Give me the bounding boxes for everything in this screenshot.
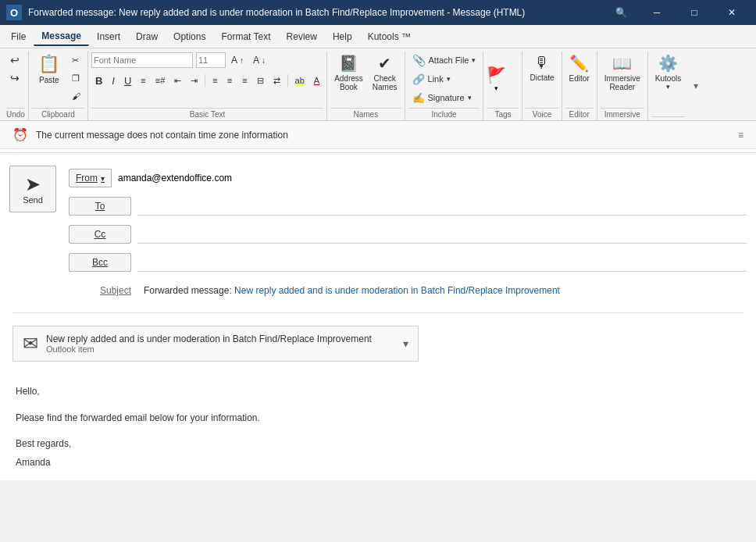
menu-bar: File Message Insert Draw Options Format … <box>0 25 756 48</box>
editor-icon: ✏️ <box>569 54 589 73</box>
redo-button[interactable]: ↪ <box>6 70 23 87</box>
dictate-button[interactable]: 🎙 Dictate <box>526 52 558 84</box>
cc-button[interactable]: Cc <box>69 225 131 244</box>
cc-input[interactable] <box>137 226 747 244</box>
align-center-button[interactable]: ≡ <box>223 72 237 89</box>
kutools-icon: ⚙️ <box>658 54 678 73</box>
ribbon-group-basic-text: A↑ A↓ B I U ≡ ≡# ⇤ ⇥ ≡ ≡ ≡ ⊟ ⇄ ab A <box>88 52 327 120</box>
undo-group-label: Undo <box>6 108 25 119</box>
attach-file-button[interactable]: 📎 Attach File ▾ <box>408 52 480 69</box>
maximize-button[interactable]: □ <box>676 0 712 25</box>
attach-file-dropdown-icon: ▾ <box>472 56 476 64</box>
to-button[interactable]: To <box>69 197 131 216</box>
dictate-icon: 🎙 <box>534 54 550 72</box>
menu-review[interactable]: Review <box>279 28 325 45</box>
warning-bar: ⏰ The current message does not contain t… <box>0 121 756 149</box>
check-names-button[interactable]: ✔ Check Names <box>369 52 401 94</box>
shrink-font-button[interactable]: A↓ <box>249 52 269 69</box>
ribbon-group-include: 📎 Attach File ▾ 🔗 Link ▾ ✍ Signature ▾ I… <box>405 52 484 120</box>
link-button[interactable]: 🔗 Link ▾ <box>408 70 455 87</box>
warning-icon: ⏰ <box>12 127 28 142</box>
from-label: From <box>76 173 98 184</box>
body-line3: Best regards, <box>16 436 740 453</box>
highlight-button[interactable]: ab <box>291 72 308 89</box>
paste-button[interactable]: 📋 Paste <box>32 52 66 92</box>
attach-file-icon: 📎 <box>412 54 426 66</box>
indent-inc-button[interactable]: ⇥ <box>187 72 201 89</box>
align-left-button[interactable]: ≡ <box>209 72 221 89</box>
ribbon-group-clipboard: 📋 Paste ✂ ❐ 🖌 Clipboard <box>29 52 88 120</box>
address-book-button[interactable]: 📓 Address Book <box>330 52 367 94</box>
menu-draw[interactable]: Draw <box>128 28 166 45</box>
menu-format-text[interactable]: Format Text <box>213 28 278 45</box>
ribbon-group-tags: 🚩 ▾ Tags <box>483 52 522 120</box>
kutools-dropdown-icon: ▾ <box>666 83 670 91</box>
format-painter-button[interactable]: 🖌 <box>68 87 84 105</box>
search-icon[interactable]: 🔍 <box>603 0 639 25</box>
basic-text-group-label: Basic Text <box>91 108 323 119</box>
attached-message[interactable]: ✉ New reply added and is under moderatio… <box>12 326 419 362</box>
window-title: Forwarded message: New reply added and i… <box>28 7 603 18</box>
cut-button[interactable]: ✂ <box>68 52 84 69</box>
warning-options-button[interactable]: ≡ <box>738 130 744 141</box>
indent-dec-button[interactable]: ⇤ <box>170 72 185 89</box>
immersive-reader-icon: 📖 <box>612 54 632 73</box>
check-names-icon: ✔ <box>378 54 391 73</box>
signature-button[interactable]: ✍ Signature ▾ <box>408 89 476 106</box>
bullet-list-button[interactable]: ≡ <box>137 72 149 89</box>
numbered-list-button[interactable]: ≡# <box>152 72 169 89</box>
ribbon-group-kutools: ⚙️ Kutools ▾ <box>648 52 688 120</box>
align-right-button[interactable]: ≡ <box>238 72 251 89</box>
justify-button[interactable]: ⊟ <box>253 72 268 89</box>
bcc-button[interactable]: Bcc <box>69 253 131 272</box>
attached-message-chevron-icon: ▾ <box>403 337 408 350</box>
paste-icon: 📋 <box>38 54 59 74</box>
subject-row: Subject Forwarded message: New reply add… <box>69 278 747 303</box>
ribbon-group-names: 📓 Address Book ✔ Check Names Names <box>327 52 405 120</box>
bold-button[interactable]: B <box>91 72 106 89</box>
bcc-input[interactable] <box>137 254 747 272</box>
undo-icon: ↩ <box>10 54 20 66</box>
cut-icon: ✂ <box>72 55 79 66</box>
attached-message-subtitle: Outlook item <box>46 344 395 354</box>
menu-message[interactable]: Message <box>34 27 89 46</box>
subject-prefix: Forwarded message: <box>144 285 232 296</box>
ribbon-group-voice: 🎙 Dictate Voice <box>522 52 562 120</box>
font-color-button[interactable]: A <box>310 72 323 89</box>
main-content: ⏰ The current message does not contain t… <box>0 121 756 480</box>
grow-font-button[interactable]: A↑ <box>227 52 248 69</box>
copy-button[interactable]: ❐ <box>68 70 84 87</box>
ribbon-more-button[interactable]: ▾ <box>688 52 704 120</box>
font-name-input[interactable] <box>91 52 193 68</box>
underline-button[interactable]: U <box>120 72 135 89</box>
menu-file[interactable]: File <box>3 28 34 45</box>
menu-options[interactable]: Options <box>166 28 213 45</box>
cc-row: Cc <box>69 222 747 247</box>
kutools-button[interactable]: ⚙️ Kutools ▾ <box>651 52 685 93</box>
to-input[interactable] <box>137 198 747 216</box>
signature-dropdown-icon: ▾ <box>468 94 472 102</box>
send-button[interactable]: ➤ Send <box>9 166 56 212</box>
menu-kutools[interactable]: Kutools ™ <box>360 28 419 45</box>
compose-wrapper: ➤ Send From ▾ amanda@extendoffice.com To… <box>0 156 756 306</box>
voice-group-label: Voice <box>526 108 558 119</box>
editor-button[interactable]: ✏️ Editor <box>565 52 594 85</box>
address-book-icon: 📓 <box>339 54 358 73</box>
link-icon: 🔗 <box>412 73 425 85</box>
close-button[interactable]: ✕ <box>714 0 750 25</box>
immersive-reader-button[interactable]: 📖 Immersive Reader <box>601 52 644 94</box>
from-row: From ▾ amanda@extendoffice.com <box>69 166 747 191</box>
from-button[interactable]: From ▾ <box>69 169 112 187</box>
bcc-row: Bcc <box>69 250 747 275</box>
app-icon: O <box>6 5 22 20</box>
undo-button[interactable]: ↩ <box>6 52 23 69</box>
rtl-button[interactable]: ⇄ <box>269 72 284 89</box>
italic-button[interactable]: I <box>108 72 119 89</box>
menu-insert[interactable]: Insert <box>89 28 128 45</box>
menu-help[interactable]: Help <box>325 28 360 45</box>
format-painter-icon: 🖌 <box>72 91 80 101</box>
ribbon: ↩ ↪ Undo 📋 Paste ✂ ❐ <box>0 48 756 121</box>
minimize-button[interactable]: ─ <box>639 0 675 25</box>
font-size-input[interactable] <box>196 52 226 68</box>
flag-tag-button[interactable]: 🚩 ▾ <box>487 66 506 92</box>
